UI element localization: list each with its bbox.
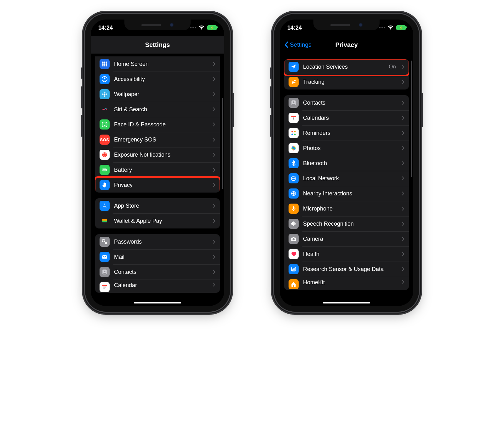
chevron-right-icon [213, 269, 215, 274]
svg-text:1: 1 [293, 117, 295, 120]
mail-icon [100, 252, 110, 262]
settings-list[interactable]: Home ScreenAccessibilityWallpaperSiri & … [91, 54, 224, 306]
svg-rect-35 [102, 221, 107, 222]
heart-icon [289, 249, 299, 259]
row-mail[interactable]: Mail [95, 249, 220, 264]
navbar: Settings Privacy [280, 36, 413, 54]
chevron-right-icon [402, 191, 404, 196]
svg-rect-4 [104, 63, 105, 65]
row-label: Wallpaper [114, 91, 208, 98]
svg-point-49 [293, 101, 295, 103]
svg-point-47 [294, 80, 296, 81]
chevron-right-icon [402, 100, 404, 105]
wifi-icon [198, 25, 205, 31]
row-home-screen[interactable]: Home Screen [95, 56, 220, 72]
svg-rect-2 [106, 62, 107, 63]
chevron-right-icon [402, 221, 404, 226]
chevron-right-icon [213, 239, 215, 244]
svg-rect-1 [104, 62, 105, 63]
row-label: Passwords [114, 239, 208, 245]
row-contacts[interactable]: Contacts [284, 95, 409, 110]
status-time: 14:24 [98, 25, 113, 31]
faceid-icon [100, 119, 110, 130]
camera-icon [289, 234, 299, 244]
row-faceid[interactable]: Face ID & Passcode [95, 117, 220, 132]
row-battery[interactable]: Battery [95, 162, 220, 177]
svg-rect-8 [106, 65, 107, 66]
row-nearby[interactable]: Nearby Interactions [284, 186, 409, 201]
svg-point-21 [104, 153, 105, 153]
chevron-right-icon [213, 282, 215, 287]
row-speech[interactable]: Speech Recognition [284, 216, 409, 231]
chevron-right-icon [213, 61, 215, 66]
row-label: Privacy [114, 182, 208, 188]
hand-icon [100, 180, 110, 190]
chevron-right-icon [402, 251, 404, 257]
row-label: Calendar [114, 282, 208, 289]
row-sos[interactable]: SOSEmergency SOS [95, 132, 220, 147]
svg-point-64 [293, 193, 294, 194]
row-wallet[interactable]: Wallet & Apple Pay [95, 213, 220, 228]
contacts-icon [289, 98, 299, 108]
chevron-right-icon [402, 206, 404, 211]
row-localnet[interactable]: Local Network [284, 171, 409, 186]
settings-group: Location ServicesOnTracking [284, 59, 409, 89]
key-icon [100, 237, 110, 247]
row-tracking[interactable]: Tracking [284, 74, 409, 89]
chevron-right-icon [213, 182, 215, 188]
row-appstore[interactable]: App Store [95, 198, 220, 213]
contacts-icon [100, 267, 110, 277]
svg-point-10 [104, 78, 106, 79]
row-label: Calendars [303, 115, 397, 121]
svg-rect-5 [106, 63, 107, 65]
row-mic[interactable]: Microphone [284, 201, 409, 216]
row-label: Location Services [303, 64, 384, 70]
row-homekit[interactable]: HomeKit [284, 277, 409, 290]
chevron-right-icon [402, 267, 404, 272]
scroll-indicator[interactable] [222, 98, 223, 189]
row-siri[interactable]: Siri & Search [95, 102, 220, 117]
row-label: App Store [114, 203, 208, 209]
chevron-right-icon [213, 122, 215, 127]
svg-rect-6 [102, 65, 104, 66]
notch [313, 20, 380, 30]
mic-icon [289, 204, 299, 214]
privacy-list[interactable]: Location ServicesOnTrackingContacts1Cale… [280, 54, 413, 306]
settings-group: Contacts1CalendarsRemindersPhotosBluetoo… [284, 95, 409, 290]
row-bluetooth[interactable]: Bluetooth [284, 156, 409, 171]
chevron-right-icon [402, 176, 404, 181]
svg-rect-3 [102, 63, 104, 65]
svg-point-24 [106, 154, 106, 155]
row-label: Microphone [303, 205, 397, 212]
chevron-right-icon [213, 152, 215, 157]
row-location[interactable]: Location ServicesOn [284, 59, 409, 74]
calendar-red-icon [100, 282, 110, 292]
row-calendars[interactable]: 1Calendars [284, 110, 409, 125]
battery-icon: ⚡ [207, 25, 217, 30]
row-photos[interactable]: Photos [284, 141, 409, 156]
row-contacts2[interactable]: Contacts [95, 264, 220, 280]
scroll-indicator[interactable] [411, 61, 412, 177]
home-indicator[interactable] [134, 302, 181, 303]
row-exposure[interactable]: Exposure Notifications [95, 147, 220, 162]
home-icon [289, 279, 299, 289]
chevron-right-icon [213, 203, 215, 208]
row-reminders[interactable]: Reminders [284, 125, 409, 141]
row-calendar2[interactable]: Calendar [95, 280, 220, 293]
status-time: 14:24 [287, 25, 302, 31]
row-wallpaper[interactable]: Wallpaper [95, 87, 220, 102]
settings-group: Home ScreenAccessibilityWallpaperSiri & … [95, 56, 220, 193]
row-research[interactable]: Research Sensor & Usage Data [284, 262, 409, 277]
row-privacy[interactable]: Privacy [95, 177, 220, 193]
wallet-icon [100, 216, 110, 226]
row-accessibility[interactable]: Accessibility [95, 72, 220, 87]
back-button[interactable]: Settings [284, 36, 312, 54]
grid-icon [100, 59, 110, 69]
svg-point-14 [102, 94, 104, 95]
row-health[interactable]: Health [284, 246, 409, 262]
row-camera[interactable]: Camera [284, 231, 409, 246]
page-title: Privacy [335, 41, 358, 49]
home-indicator[interactable] [323, 302, 370, 303]
screenshot-stage: 14:24 ⚡ Settings Home ScreenAccessibilit… [0, 0, 504, 433]
row-passwords[interactable]: Passwords [95, 234, 220, 249]
